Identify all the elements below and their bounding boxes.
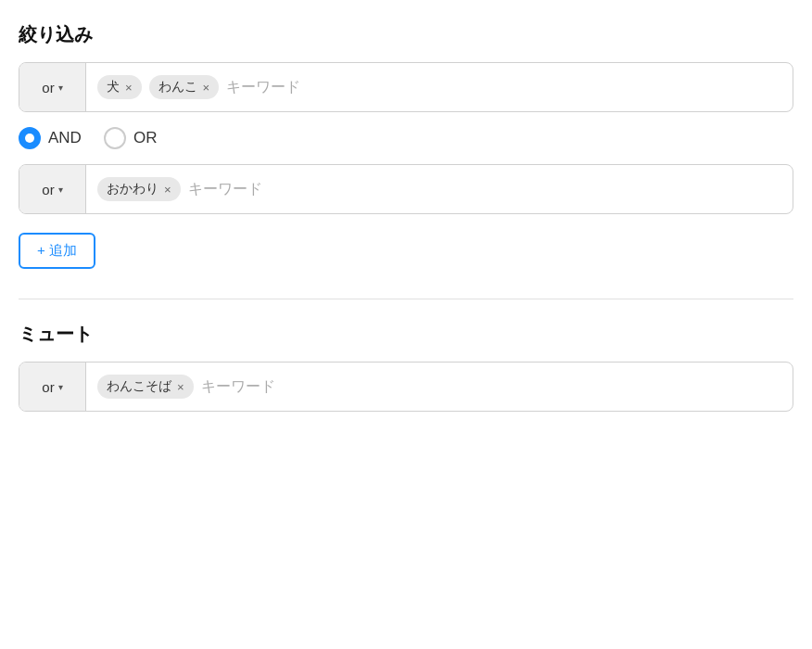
section-divider — [19, 299, 793, 299]
filter-title: 絞り込み — [19, 22, 793, 47]
tag-wankosoba-remove[interactable]: × — [177, 381, 184, 393]
radio-and-circle[interactable] — [19, 127, 41, 149]
keyword-placeholder-mute-1[interactable]: キーワード — [201, 377, 275, 397]
mute-content-1: わんこそば × キーワード — [86, 367, 793, 406]
tag-wanko-remove[interactable]: × — [203, 82, 210, 94]
radio-group: AND OR — [19, 127, 793, 149]
radio-and-label: AND — [48, 129, 82, 147]
radio-or-circle[interactable] — [104, 127, 126, 149]
chevron-icon-mute-1: ▾ — [58, 382, 63, 392]
or-dropdown-2[interactable]: or ▾ — [19, 165, 86, 213]
chevron-icon-2: ▾ — [58, 185, 63, 195]
or-dropdown-1[interactable]: or ▾ — [19, 63, 86, 111]
tag-okawari-remove[interactable]: × — [164, 184, 171, 196]
mute-title: ミュート — [19, 322, 793, 347]
filter-section: 絞り込み or ▾ 犬 × わんこ × キーワード AND — [19, 22, 793, 276]
tag-wankosoba[interactable]: わんこそば × — [97, 375, 194, 399]
filter-content-2: おかわり × キーワード — [86, 170, 793, 209]
tag-inu-label: 犬 — [107, 79, 120, 95]
tag-inu-remove[interactable]: × — [125, 82, 133, 94]
keyword-placeholder-2[interactable]: キーワード — [188, 180, 262, 199]
filter-row-2: or ▾ おかわり × キーワード — [19, 164, 793, 214]
add-button[interactable]: + 追加 — [19, 233, 95, 269]
or-label-mute-1: or — [42, 379, 54, 395]
filter-content-1: 犬 × わんこ × キーワード — [86, 68, 793, 107]
radio-and[interactable]: AND — [19, 127, 82, 149]
tag-okawari-label: おかわり — [107, 181, 159, 197]
or-dropdown-mute-1[interactable]: or ▾ — [19, 363, 86, 411]
tag-wanko-label: わんこ — [159, 79, 197, 95]
tag-wanko[interactable]: わんこ × — [149, 75, 220, 99]
mute-row-1: or ▾ わんこそば × キーワード — [19, 362, 793, 412]
tag-inu[interactable]: 犬 × — [97, 75, 142, 99]
radio-or-label: OR — [133, 129, 158, 147]
filter-row-1: or ▾ 犬 × わんこ × キーワード — [19, 62, 793, 112]
tag-okawari[interactable]: おかわり × — [97, 177, 181, 201]
keyword-placeholder-1[interactable]: キーワード — [226, 78, 300, 97]
chevron-icon-1: ▾ — [58, 83, 63, 93]
or-label-1: or — [42, 80, 54, 95]
mute-section: ミュート or ▾ わんこそば × キーワード — [19, 322, 793, 412]
radio-or[interactable]: OR — [104, 127, 158, 149]
or-label-2: or — [42, 182, 54, 197]
tag-wankosoba-label: わんこそば — [107, 378, 171, 395]
